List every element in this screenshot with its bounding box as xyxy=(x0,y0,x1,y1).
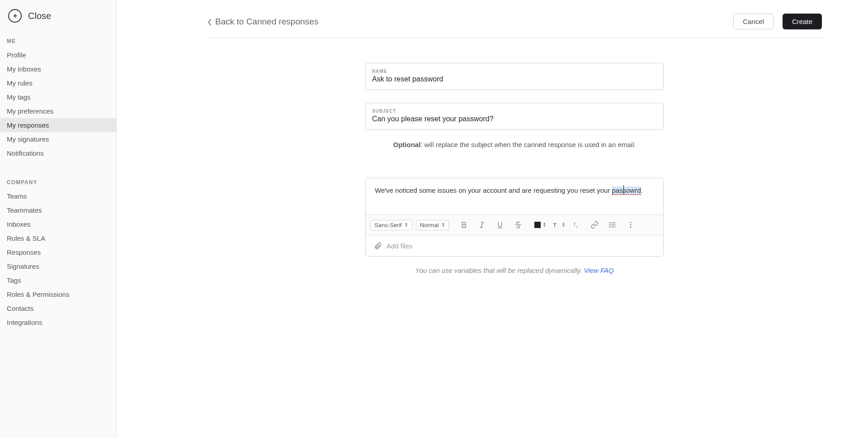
font-family-value: Sans-Serif xyxy=(374,222,402,229)
chevron-left-icon: ❮ xyxy=(207,18,212,25)
list-button[interactable] xyxy=(605,219,620,231)
nav-rules-sla[interactable]: Rules & SLA xyxy=(0,231,116,245)
underline-icon xyxy=(496,221,504,229)
variables-helper: You can use variables that will be repla… xyxy=(365,267,664,274)
font-size-select[interactable]: Normal ▲▼ xyxy=(416,220,449,230)
body-suffix: . xyxy=(641,186,643,194)
spell-error-word: passowrd xyxy=(612,186,641,195)
bold-button[interactable] xyxy=(457,219,471,231)
svg-point-13 xyxy=(610,227,611,228)
more-vertical-icon xyxy=(627,221,635,229)
select-arrows-icon: ▲▼ xyxy=(405,222,408,228)
helper-text: You can use variables that will be repla… xyxy=(415,267,584,274)
body-prefix: We've noticed some issues on your accoun… xyxy=(375,186,612,194)
subject-input[interactable] xyxy=(372,115,657,123)
nav-inboxes[interactable]: Inboxes xyxy=(0,217,116,231)
nav-integrations[interactable]: Integrations xyxy=(0,315,116,329)
clear-format-button[interactable]: Tx xyxy=(569,219,584,231)
add-files-button[interactable]: Add files xyxy=(366,235,663,256)
nav-my-rules[interactable]: My rules xyxy=(0,76,116,90)
nav-profile[interactable]: Profile xyxy=(0,48,116,62)
section-heading-me: ME xyxy=(0,32,116,48)
subject-field-box[interactable]: SUBJECT xyxy=(365,103,664,130)
italic-icon xyxy=(478,221,486,229)
subject-label: SUBJECT xyxy=(372,109,657,114)
select-arrows-icon: ▲▼ xyxy=(561,222,565,228)
nav-responses[interactable]: Responses xyxy=(0,245,116,259)
view-faq-link[interactable]: View FAQ xyxy=(584,267,614,274)
svg-text:T: T xyxy=(553,222,557,229)
svg-line-2 xyxy=(481,222,483,228)
back-arrow-icon xyxy=(8,9,22,23)
close-label: Close xyxy=(28,11,51,21)
name-label: NAME xyxy=(372,69,657,74)
italic-button[interactable] xyxy=(475,219,489,231)
breadcrumb-label: Back to Canned responses xyxy=(215,17,318,27)
text-icon: T xyxy=(552,221,560,229)
editor-content[interactable]: We've noticed some issues on your accoun… xyxy=(366,178,663,214)
top-bar: ❮ Back to Canned responses Cancel Create xyxy=(207,14,822,38)
font-family-select[interactable]: Sans-Serif ▲▼ xyxy=(370,220,412,230)
nav-my-preferences[interactable]: My preferences xyxy=(0,104,116,118)
select-arrows-icon: ▲▼ xyxy=(442,222,445,228)
svg-point-14 xyxy=(630,222,632,223)
nav-signatures[interactable]: Signatures xyxy=(0,259,116,273)
nav-my-tags[interactable]: My tags xyxy=(0,90,116,104)
paperclip-icon xyxy=(374,242,382,250)
nav-roles-permissions[interactable]: Roles & Permissions xyxy=(0,287,116,301)
nav-my-signatures[interactable]: My signatures xyxy=(0,132,116,146)
section-heading-company: COMPANY xyxy=(0,173,116,189)
nav-notifications[interactable]: Notifications xyxy=(0,146,116,160)
svg-point-12 xyxy=(610,224,611,225)
underline-button[interactable] xyxy=(493,219,507,231)
subject-helper-text: Optional: will replace the subject when … xyxy=(365,141,664,148)
svg-text:x: x xyxy=(576,225,578,229)
editor-toolbar: Sans-Serif ▲▼ Normal ▲▼ xyxy=(366,214,663,235)
strikethrough-button[interactable] xyxy=(511,219,525,231)
settings-sidebar: Close ME Profile My inboxes My rules My … xyxy=(0,0,117,438)
svg-text:T: T xyxy=(573,222,576,227)
editor-box: We've noticed some issues on your accoun… xyxy=(365,178,664,257)
add-files-label: Add files xyxy=(387,242,413,250)
cancel-button[interactable]: Cancel xyxy=(733,14,774,29)
nav-teammates[interactable]: Teammates xyxy=(0,203,116,217)
nav-my-responses[interactable]: My responses xyxy=(0,118,116,132)
breadcrumb-back[interactable]: ❮ Back to Canned responses xyxy=(207,17,318,27)
create-button[interactable]: Create xyxy=(783,14,822,29)
helper-rest: : will replace the subject when the cann… xyxy=(420,141,636,148)
nav-teams[interactable]: Teams xyxy=(0,189,116,203)
name-field-box[interactable]: NAME xyxy=(365,63,664,90)
link-icon xyxy=(590,221,599,229)
nav-contacts[interactable]: Contacts xyxy=(0,301,116,315)
nav-tags[interactable]: Tags xyxy=(0,273,116,287)
color-swatch-icon xyxy=(534,222,541,228)
name-input[interactable] xyxy=(372,75,657,83)
font-size-value: Normal xyxy=(420,222,439,229)
bold-icon xyxy=(460,221,468,229)
list-icon xyxy=(609,221,617,229)
svg-point-15 xyxy=(630,224,632,226)
nav-my-inboxes[interactable]: My inboxes xyxy=(0,62,116,76)
helper-bold: Optional xyxy=(393,141,421,148)
link-button[interactable] xyxy=(587,219,602,231)
svg-point-16 xyxy=(630,227,632,228)
svg-point-11 xyxy=(610,223,611,224)
text-style-button[interactable]: T ▲▼ xyxy=(551,219,566,231)
text-color-button[interactable]: ▲▼ xyxy=(533,219,547,231)
select-arrows-icon: ▲▼ xyxy=(542,222,546,228)
more-button[interactable] xyxy=(623,219,638,231)
clear-format-icon: Tx xyxy=(572,221,580,229)
sidebar-close[interactable]: Close xyxy=(0,0,116,32)
main-content: ❮ Back to Canned responses Cancel Create… xyxy=(117,0,868,438)
strikethrough-icon xyxy=(514,221,522,229)
